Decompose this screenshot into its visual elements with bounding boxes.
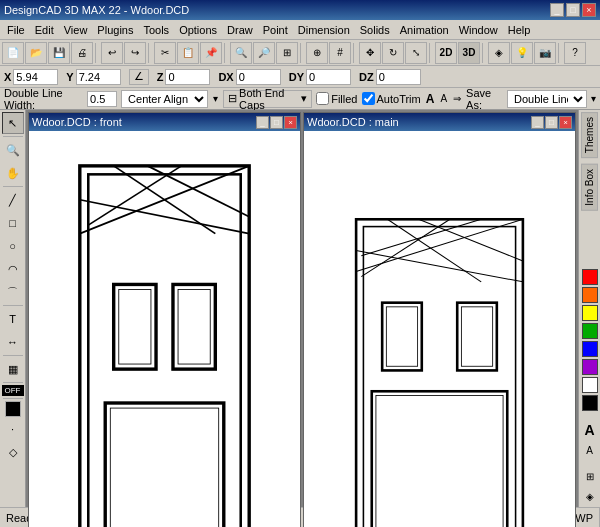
pan-tool[interactable]: ✋ <box>2 162 24 184</box>
redo-button[interactable]: ↪ <box>124 42 146 64</box>
y-input[interactable] <box>76 69 121 85</box>
vp-front-maximize[interactable]: □ <box>270 116 283 129</box>
x-input[interactable] <box>13 69 58 85</box>
maximize-button[interactable]: □ <box>566 3 580 17</box>
rotate-button[interactable]: ↻ <box>382 42 404 64</box>
light-button[interactable]: 💡 <box>511 42 533 64</box>
zoom-fit-button[interactable]: ⊞ <box>276 42 298 64</box>
menu-point[interactable]: Point <box>258 23 293 37</box>
scale-button[interactable]: ⤡ <box>405 42 427 64</box>
both-end-caps-button[interactable]: ⊟ Both End Caps ▾ <box>223 90 312 108</box>
vp-main-content[interactable] <box>304 131 575 527</box>
help-button[interactable]: ? <box>564 42 586 64</box>
open-button[interactable]: 📂 <box>25 42 47 64</box>
menu-view[interactable]: View <box>59 23 93 37</box>
filled-group: Filled <box>316 92 357 105</box>
vp-front-close[interactable]: × <box>284 116 297 129</box>
new-button[interactable]: 📄 <box>2 42 24 64</box>
menu-file[interactable]: File <box>2 23 30 37</box>
zoom-in-button[interactable]: 🔍 <box>230 42 252 64</box>
lt-sep-4 <box>3 355 23 356</box>
menu-dimension[interactable]: Dimension <box>293 23 355 37</box>
polyline-tool[interactable]: ⌒ <box>2 281 24 303</box>
save-button[interactable]: 💾 <box>48 42 70 64</box>
select-tool[interactable]: ↖ <box>2 112 24 134</box>
vp-main-close[interactable]: × <box>559 116 572 129</box>
cut-button[interactable]: ✂ <box>154 42 176 64</box>
text-tool[interactable]: T <box>2 308 24 330</box>
dx-input[interactable] <box>236 69 281 85</box>
vp-front-content[interactable]: ⊞ <box>29 131 300 527</box>
hatch-tool[interactable]: ▦ <box>2 358 24 380</box>
snap-button[interactable]: ⊕ <box>306 42 328 64</box>
zoom-out-button[interactable]: 🔎 <box>253 42 275 64</box>
camera-button[interactable]: 📷 <box>534 42 556 64</box>
info-box-tab[interactable]: Info Box <box>581 164 598 211</box>
point-tool[interactable]: · <box>2 418 24 440</box>
print-button[interactable]: 🖨 <box>71 42 93 64</box>
color-orange[interactable] <box>582 287 598 303</box>
viewport-main: Wdoor.DCD : main _ □ × <box>303 112 576 527</box>
paste-button[interactable]: 📌 <box>200 42 222 64</box>
menu-plugins[interactable]: Plugins <box>92 23 138 37</box>
titlebar: DesignCAD 3D MAX 22 - Wdoor.DCD _ □ × <box>0 0 600 20</box>
color-red[interactable] <box>582 269 598 285</box>
3d-button[interactable]: 3D <box>458 42 480 64</box>
save-as-select[interactable]: Double Line <box>507 90 587 108</box>
menu-edit[interactable]: Edit <box>30 23 59 37</box>
vp-main-drawing <box>304 131 575 527</box>
render-button[interactable]: ◈ <box>488 42 510 64</box>
text-a-large[interactable]: A <box>581 421 599 439</box>
menu-draw[interactable]: Draw <box>222 23 258 37</box>
menu-animation[interactable]: Animation <box>395 23 454 37</box>
dz-label: DZ <box>359 71 374 83</box>
vp-main-minimize[interactable]: _ <box>531 116 544 129</box>
autotrim-checkbox[interactable] <box>362 92 375 105</box>
menu-solids[interactable]: Solids <box>355 23 395 37</box>
color-black[interactable] <box>582 395 598 411</box>
zoom-tool[interactable]: 🔍 <box>2 139 24 161</box>
text-a-small[interactable]: A <box>581 441 599 459</box>
dl-width-input[interactable] <box>87 91 117 107</box>
arc-tool[interactable]: ◠ <box>2 258 24 280</box>
color-green[interactable] <box>582 323 598 339</box>
filled-checkbox[interactable] <box>316 92 329 105</box>
menu-options[interactable]: Options <box>174 23 222 37</box>
copy-button[interactable]: 📋 <box>177 42 199 64</box>
z-input[interactable] <box>165 69 210 85</box>
close-button[interactable]: × <box>582 3 596 17</box>
color-blue[interactable] <box>582 341 598 357</box>
rect-tool[interactable]: □ <box>2 212 24 234</box>
vp-front-title: Wdoor.DCD : front <box>32 116 122 128</box>
vp-front-minimize[interactable]: _ <box>256 116 269 129</box>
color-black[interactable] <box>5 401 21 417</box>
menubar: File Edit View Plugins Tools Options Dra… <box>0 20 600 40</box>
color-yellow[interactable] <box>582 305 598 321</box>
color-purple[interactable] <box>582 359 598 375</box>
menu-help[interactable]: Help <box>503 23 536 37</box>
toolbar-sep-3 <box>224 43 228 63</box>
right-panel-btn2[interactable]: ◈ <box>581 487 599 505</box>
viewport-area: Wdoor.DCD : front _ □ × <box>26 110 578 507</box>
vp-main-maximize[interactable]: □ <box>545 116 558 129</box>
undo-button[interactable]: ↩ <box>101 42 123 64</box>
2d-button[interactable]: 2D <box>435 42 457 64</box>
grid-button[interactable]: # <box>329 42 351 64</box>
node-tool[interactable]: ◇ <box>2 441 24 463</box>
dy-input[interactable] <box>306 69 351 85</box>
color-white[interactable] <box>582 377 598 393</box>
line-tool[interactable]: ╱ <box>2 189 24 211</box>
circle-tool[interactable]: ○ <box>2 235 24 257</box>
menu-window[interactable]: Window <box>454 23 503 37</box>
titlebar-controls: _ □ × <box>550 3 596 17</box>
center-align-select[interactable]: Center Align <box>121 90 208 108</box>
main-toolbar: 📄 📂 💾 🖨 ↩ ↪ ✂ 📋 📌 🔍 🔎 ⊞ ⊕ # ✥ ↻ ⤡ 2D 3D … <box>0 40 600 66</box>
dz-input[interactable] <box>376 69 421 85</box>
dy-label: DY <box>289 71 304 83</box>
minimize-button[interactable]: _ <box>550 3 564 17</box>
themes-tab[interactable]: Themes <box>581 112 598 158</box>
move-button[interactable]: ✥ <box>359 42 381 64</box>
right-panel-btn1[interactable]: ⊞ <box>581 467 599 485</box>
dim-tool[interactable]: ↔ <box>2 331 24 353</box>
menu-tools[interactable]: Tools <box>138 23 174 37</box>
